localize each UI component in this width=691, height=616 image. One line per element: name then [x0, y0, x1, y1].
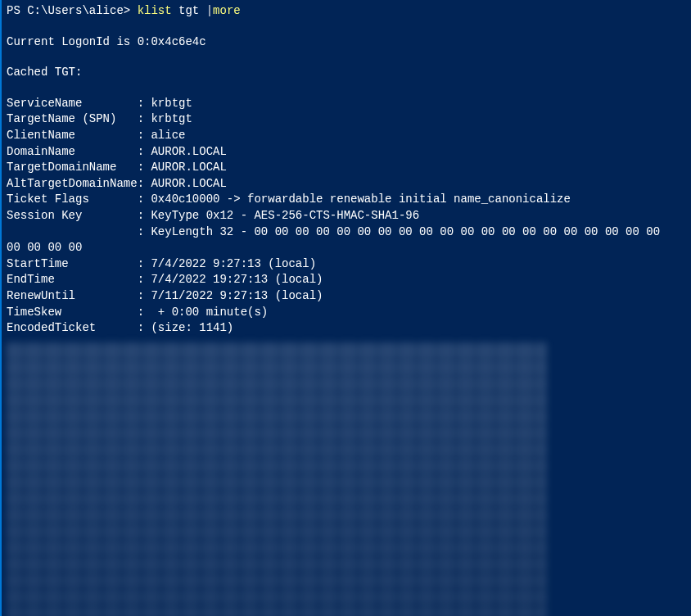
field-sessionkey-length: : KeyLength 32 - 00 00 00 00 00 00 00 00… [7, 224, 691, 241]
pipe-char: | [206, 4, 213, 17]
command-arg: tgt [178, 4, 206, 17]
field-alttargetdomainname: AltTargetDomainName: AUROR.LOCAL [7, 176, 691, 192]
field-timeskew: TimeSkew : + 0:00 minute(s) [7, 305, 691, 321]
field-clientname: ClientName : alice [7, 128, 691, 144]
field-ticketflags: Ticket Flags : 0x40c10000 -> forwardable… [7, 192, 691, 208]
command-klist: klist [138, 4, 178, 17]
command-prompt-line: PS C:\Users\alice> klist tgt |more [7, 3, 691, 20]
field-targetname: TargetName (SPN) : krbtgt [7, 111, 691, 128]
cached-tgt-header: Cached TGT: [7, 65, 691, 81]
field-servicename: ServiceName : krbtgt [7, 96, 691, 112]
blurred-hex-dump [7, 342, 547, 616]
prompt-path: PS C:\Users\alice> [7, 4, 138, 17]
logon-id-line: Current LogonId is 0:0x4c6e4c [7, 34, 691, 51]
field-sessionkey-type: Session Key : KeyType 0x12 - AES-256-CTS… [7, 208, 691, 224]
field-encodedticket: EncodedTicket : (size: 1141) [7, 320, 691, 337]
field-endtime: EndTime : 7/4/2022 19:27:13 (local) [7, 272, 691, 288]
field-sessionkey-tail: 00 00 00 00 [7, 240, 691, 256]
command-more: more [213, 4, 241, 17]
field-renewuntil: RenewUntil : 7/11/2022 9:27:13 (local) [7, 288, 691, 305]
field-domainname: DomainName : AUROR.LOCAL [7, 144, 691, 161]
field-starttime: StartTime : 7/4/2022 9:27:13 (local) [7, 256, 691, 273]
field-targetdomainname: TargetDomainName : AUROR.LOCAL [7, 160, 691, 176]
